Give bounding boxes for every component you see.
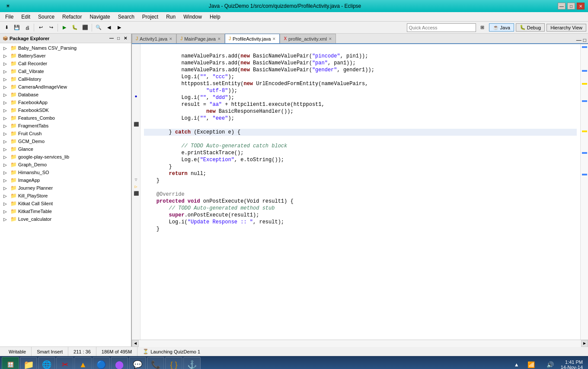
menu-search[interactable]: Search <box>115 13 138 21</box>
tree-project-call-recorder[interactable]: ▷ 📁 Call Recorder <box>0 60 131 67</box>
taskbar-ie[interactable]: 🌐 <box>38 357 55 369</box>
project-folder-icon: 📁 <box>10 115 17 121</box>
maximize-button[interactable]: □ <box>567 3 575 10</box>
tree-project-kitkat-call[interactable]: ▷ 📁 Kitkat Call Silent <box>0 200 131 207</box>
editor-maximize[interactable]: □ <box>583 37 586 43</box>
taskbar-explorer[interactable]: 📁 <box>20 357 37 369</box>
debug-icon: 🐛 <box>520 25 526 30</box>
taskbar-start[interactable]: 🪟 <box>2 357 19 369</box>
tree-project-gcm[interactable]: ▷ 📁 GCM_Demo <box>0 137 131 145</box>
menu-refactor[interactable]: Refactor <box>59 13 85 21</box>
tb-debug[interactable]: 🐛 <box>70 23 80 32</box>
tree-project-kitkat-time[interactable]: ▷ 📁 KitkatTimeTable <box>0 207 131 215</box>
tree-project-database[interactable]: ▷ 📁 Database <box>0 91 131 99</box>
tree-project-himanshu[interactable]: ▷ 📁 Himanshu_SO <box>0 169 131 176</box>
perspective-java[interactable]: ☕ Java <box>489 23 514 32</box>
tab-close-profile[interactable]: ✕ <box>272 37 276 41</box>
tray-sound[interactable]: 🔊 <box>542 357 559 369</box>
tb-undo[interactable]: ↩ <box>36 23 45 32</box>
tree-project-glance[interactable]: ▷ 📁 Glance <box>0 145 131 153</box>
gutter-empty <box>132 129 140 136</box>
menu-help[interactable]: Help <box>206 13 224 21</box>
project-icon: ▷ <box>2 76 9 83</box>
tab-close-xml[interactable]: ✕ <box>329 37 332 41</box>
window-title: Java - QuizDemo 1/src/com/quizdemo/Profi… <box>12 3 558 9</box>
tb-new[interactable]: ⬇ <box>2 23 11 32</box>
tree-project-facebookapp[interactable]: ▷ 📁 FacebookApp <box>0 99 131 106</box>
tree-project-callhistory[interactable]: ▷ 📁 CallHistory <box>0 75 131 83</box>
tab-profile-xml[interactable]: X profile_activity.xml ✕ <box>280 34 336 43</box>
scroll-right-btn[interactable]: ▶ <box>581 340 588 347</box>
menu-file[interactable]: File <box>2 13 17 21</box>
code-content[interactable]: nameValuePairs.add(new BasicNameValuePai… <box>141 44 580 340</box>
tree-project-camera[interactable]: ▷ 📁 CameraAndImageView <box>0 83 131 91</box>
tb-perspective[interactable]: ⊞ <box>478 23 487 32</box>
tree-project-graph[interactable]: ▷ 📁 Graph_Demo <box>0 161 131 169</box>
tree-project-baby-names[interactable]: ▷ 📁 Baby_Names CSV_Parsing <box>0 44 131 52</box>
taskbar-skype[interactable]: 📞 <box>147 357 164 369</box>
tray-network[interactable]: 📶 <box>523 357 540 369</box>
taskbar-anchor[interactable]: ⚓ <box>183 357 201 369</box>
tb-print[interactable]: 🖨 <box>22 23 32 32</box>
tree-project-imageapp[interactable]: ▷ 📁 ImageApp <box>0 176 131 184</box>
tree-project-call-vibrate[interactable]: ▷ 📁 Call_Vibrate <box>0 67 131 75</box>
quick-access-input[interactable] <box>407 23 476 32</box>
tab-mainpage[interactable]: J MainPage.java ✕ <box>176 34 225 43</box>
tab-profile-activity[interactable]: J ProfileActivity.java ✕ <box>225 34 280 43</box>
pe-close[interactable]: ✕ <box>122 35 128 41</box>
tb-forward[interactable]: ▶ <box>115 23 124 32</box>
taskbar-app3[interactable]: ✂ <box>56 357 74 369</box>
project-icon: ▷ <box>2 83 9 90</box>
tb-save[interactable]: 💾 <box>12 23 22 32</box>
pe-minimize[interactable]: — <box>109 35 115 41</box>
tb-run[interactable]: ▶ <box>60 23 69 32</box>
pe-title: Package Explorer <box>10 36 109 41</box>
system-tray: ▲ 📶 🔊 1:41 PM 14-Nov-14 <box>509 357 586 369</box>
menu-run[interactable]: Run <box>163 13 179 21</box>
tray-show[interactable]: ▲ <box>512 357 521 369</box>
tab-close-activity1[interactable]: ✕ <box>169 37 173 41</box>
taskbar-talk[interactable]: 💬 <box>129 357 146 369</box>
project-folder-icon: 📁 <box>10 200 17 207</box>
tree-project-journey-planner[interactable]: ▷ 📁 Journey Planner <box>0 184 131 192</box>
menu-project[interactable]: Project <box>139 13 162 21</box>
tree-project-love[interactable]: ▷ 📁 Love_calculator <box>0 215 131 223</box>
scroll-h-track[interactable] <box>139 340 581 347</box>
horizontal-scrollbar[interactable]: ◀ ▶ <box>132 340 588 347</box>
pe-maximize[interactable]: □ <box>115 35 121 41</box>
project-icon: ▷ <box>2 52 9 59</box>
menu-source[interactable]: Source <box>35 13 58 21</box>
taskbar-chrome[interactable]: 🔵 <box>93 357 110 369</box>
tab-activity1[interactable]: J Activity1.java ✕ <box>132 34 176 43</box>
tb-search[interactable]: 🔍 <box>94 23 103 32</box>
gutter-expand[interactable]: ▷ <box>132 184 140 191</box>
eclipse-icon: ☀ <box>3 2 12 10</box>
minimize-button[interactable]: — <box>558 3 566 10</box>
tree-project-features[interactable]: ▷ 📁 Features_Combo <box>0 114 131 122</box>
tree-project-fragmenttabs[interactable]: ▷ 📁 FragmentTabs <box>0 122 131 130</box>
tb-redo[interactable]: ↪ <box>46 23 56 32</box>
menu-window[interactable]: Window <box>180 13 205 21</box>
gutter-collapse[interactable]: ▽ <box>132 177 140 184</box>
tree-project-facebooksdk[interactable]: ▷ 📁 FacebookSDK <box>0 106 131 114</box>
tb-back[interactable]: ◀ <box>104 23 114 32</box>
tree-project-batterysaver[interactable]: ▷ 📁 BatterySaver <box>0 52 131 60</box>
perspective-debug[interactable]: 🐛 Debug <box>516 23 545 32</box>
taskbar-vlc[interactable]: ▲ <box>74 357 92 369</box>
tab-close-mainpage[interactable]: ✕ <box>217 37 221 41</box>
project-folder-icon: 📁 <box>10 138 17 144</box>
editor-minimize[interactable]: — <box>576 37 582 43</box>
scroll-left-btn[interactable]: ◀ <box>132 340 139 347</box>
tree-project-kill[interactable]: ▷ 📁 Kill_PlayStore <box>0 192 131 200</box>
project-icon: ▷ <box>2 138 9 145</box>
tree-project-google-play[interactable]: ▷ 📁 google-play-services_lib <box>0 153 131 161</box>
tree-project-fruitcrush[interactable]: ▷ 📁 Fruit Crush <box>0 130 131 137</box>
title-bar: ☀ Java - QuizDemo 1/src/com/quizdemo/Pro… <box>0 0 588 12</box>
menu-navigate[interactable]: Navigate <box>86 13 113 21</box>
perspective-hierarchy[interactable]: Hierarchy View <box>546 24 586 32</box>
tb-stop[interactable]: ⬛ <box>80 23 90 32</box>
taskbar-app9[interactable]: { } <box>165 357 182 369</box>
close-button[interactable]: ✕ <box>577 3 585 10</box>
taskbar-app6[interactable]: ⬤ <box>111 357 128 369</box>
menu-edit[interactable]: Edit <box>18 13 34 21</box>
